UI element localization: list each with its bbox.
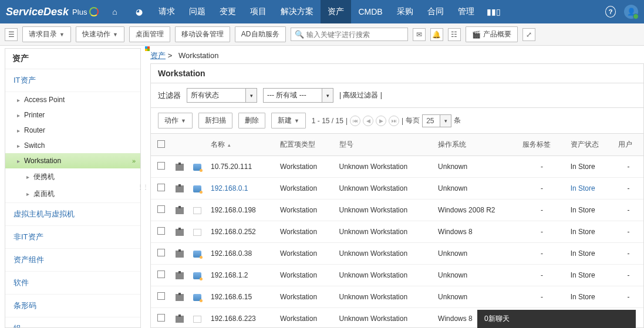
row-checkbox[interactable] — [157, 205, 165, 213]
mobile-mgmt-button[interactable]: 移动设备管理 — [175, 26, 230, 42]
advanced-filter-link[interactable]: | 高级过滤器 | — [339, 90, 382, 100]
col-header-8[interactable]: 资产状态 — [566, 134, 613, 156]
gauge-icon: ◕ — [134, 6, 144, 17]
cell-user: - — [613, 221, 643, 243]
domain-select[interactable]: --- 所有域 --- — [263, 88, 333, 103]
nav-item-4[interactable]: 解决方案 — [274, 0, 321, 23]
request-catalog-button[interactable]: 请求目录 ▼ — [22, 26, 71, 42]
sidebar-link[interactable]: 组 — [5, 317, 140, 327]
per-page-select[interactable]: 25 — [422, 114, 451, 127]
calendar-icon[interactable]: ☷ — [448, 28, 461, 41]
sidebar-link-it-asset[interactable]: IT资产 — [5, 69, 140, 92]
delete-button[interactable]: 删除 — [238, 113, 265, 129]
help-icon[interactable]: ? — [605, 6, 616, 17]
tree-item-workstation[interactable]: ▸ Workstation — [5, 153, 140, 168]
cell-state: In Store — [566, 265, 613, 286]
asset-state-link[interactable]: In Store — [571, 184, 595, 192]
user-avatar[interactable]: 👤 — [624, 5, 638, 19]
new-button[interactable]: 新建 ▼ — [271, 113, 306, 129]
tree-item-printer[interactable]: ▸ Printer — [5, 107, 140, 123]
nav-item-1[interactable]: 问题 — [182, 0, 213, 23]
row-checkbox[interactable] — [157, 270, 165, 278]
asset-name-link[interactable]: 192.168.0.1 — [211, 184, 248, 192]
col-header-7[interactable]: 服务标签 — [518, 134, 565, 156]
page-title: Workstation — [150, 63, 644, 83]
cell-name: 10.75.20.111 — [206, 156, 275, 178]
desktop-mgmt-button[interactable]: 桌面管理 — [129, 26, 170, 42]
col-header-3[interactable]: 名称 ▴ — [206, 134, 275, 156]
table-wrap: 名称 ▴配置项类型型号操作系统服务标签资产状态用户 10.75.20.111Wo… — [150, 133, 644, 328]
chat-bar[interactable]: 0新聊天 — [477, 310, 636, 328]
col-header-9[interactable]: 用户 — [613, 134, 643, 156]
row-checkbox[interactable] — [157, 314, 165, 322]
pager-next[interactable]: ▶ — [376, 116, 386, 126]
nav-reports[interactable]: ▮▮▯ — [481, 0, 506, 23]
col-header-6[interactable]: 操作系统 — [433, 134, 518, 156]
cell-tag: - — [518, 156, 565, 178]
home-icon: ⌂ — [109, 6, 120, 17]
nav-item-0[interactable]: 请求 — [151, 0, 182, 23]
col-header-4[interactable]: 配置项类型 — [275, 134, 335, 156]
sidebar-link[interactable]: 软件 — [5, 272, 140, 295]
row-checkbox[interactable] — [157, 227, 165, 235]
search-box[interactable]: 🔍 — [291, 28, 408, 41]
nav-item-2[interactable]: 变更 — [213, 0, 243, 23]
tree-item-router[interactable]: ▸ Router — [5, 123, 140, 138]
rescan-button[interactable]: 新扫描 — [198, 113, 232, 129]
cell-type: Workstation — [275, 178, 335, 199]
cell-name: 192.168.0.1 — [206, 178, 275, 199]
catalog-icon[interactable]: ☰ — [5, 28, 18, 41]
cell-user: - — [613, 243, 643, 265]
nav-item-5[interactable]: 资产 — [321, 0, 351, 23]
row-checkbox[interactable] — [157, 162, 165, 170]
main-content: 资产 > Workstation Workstation 过滤器 所有状态 --… — [144, 46, 644, 328]
nav-item-9[interactable]: 管理 — [451, 0, 481, 23]
col-header-1[interactable] — [171, 134, 188, 156]
col-header-5[interactable]: 型号 — [335, 134, 434, 156]
status-select[interactable]: 所有状态 — [187, 88, 257, 103]
tree-item-access-point[interactable]: ▸ Access Point — [5, 92, 140, 107]
col-header-0[interactable] — [151, 134, 171, 156]
nav-item-8[interactable]: 合同 — [420, 0, 451, 23]
table-row: 192.168.6.15WorkstationUnknown Workstati… — [151, 286, 643, 308]
tree-item-child[interactable]: ▸ 便携机 — [5, 168, 140, 185]
cell-name: 192.168.1.2 — [206, 265, 275, 286]
chevron-right-icon: ▸ — [26, 174, 31, 180]
pager-last[interactable]: ⏭ — [389, 116, 399, 126]
tree-item-child[interactable]: ▸ 桌面机 — [5, 185, 140, 202]
action-button[interactable]: 动作 ▼ — [158, 113, 193, 129]
nav-home[interactable]: ⌂ — [102, 0, 127, 23]
cell-user: - — [613, 265, 643, 286]
pager-first[interactable]: ⏮ — [350, 116, 360, 126]
product-overview-button[interactable]: 🎬 产品概要 — [466, 26, 518, 42]
row-checkbox[interactable] — [157, 249, 165, 256]
sidebar-link[interactable]: 资产组件 — [5, 249, 140, 272]
tree-item-switch[interactable]: ▸ Switch — [5, 138, 140, 153]
brand-swirl-icon — [89, 7, 99, 16]
pager-prev[interactable]: ◀ — [363, 116, 373, 126]
cell-user: - — [613, 156, 643, 178]
cell-type: Workstation — [275, 243, 335, 265]
row-checkbox[interactable] — [157, 184, 165, 191]
breadcrumb-root[interactable]: 资产 — [150, 51, 166, 60]
nav-item-6[interactable]: CMDB — [351, 0, 389, 23]
sidebar-link[interactable]: 非IT资产 — [5, 226, 140, 249]
col-header-2[interactable] — [188, 134, 206, 156]
table-row: 192.168.0.1WorkstationUnknown Workstatio… — [151, 178, 643, 199]
search-input[interactable] — [306, 31, 404, 39]
row-checkbox[interactable] — [157, 292, 165, 300]
nav-item-3[interactable]: 项目 — [243, 0, 274, 23]
workstation-icon — [193, 207, 201, 214]
sms-icon[interactable]: ✉ — [413, 28, 426, 41]
select-all-checkbox[interactable] — [157, 140, 165, 148]
ad-self-service-button[interactable]: AD自助服务 — [235, 26, 286, 42]
cell-user: - — [613, 286, 643, 308]
nav-item-7[interactable]: 采购 — [390, 0, 420, 23]
cell-model: Unknown Workstation — [335, 221, 434, 243]
sidebar-link[interactable]: 条形码 — [5, 295, 140, 317]
quick-action-button[interactable]: 快速动作 ▼ — [76, 26, 124, 42]
sidebar-link[interactable]: 虚拟主机与虚拟机 — [5, 203, 140, 226]
nav-dashboard[interactable]: ◕ — [127, 0, 151, 23]
bell-icon[interactable]: 🔔 — [430, 28, 443, 41]
expand-icon[interactable]: ⤢ — [522, 28, 535, 41]
